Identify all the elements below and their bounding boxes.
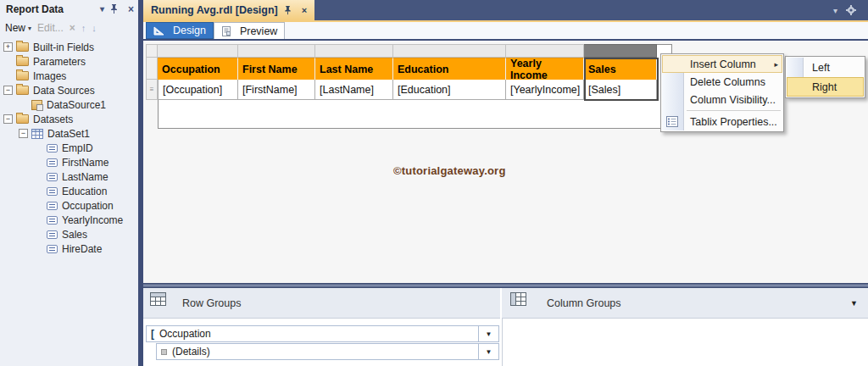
- close-icon[interactable]: ×: [128, 5, 134, 14]
- tree-item-parameters[interactable]: Parameters: [0, 54, 138, 69]
- tab-list-chevron-icon[interactable]: ▾: [833, 6, 837, 15]
- context-menu: Insert Column ▸ Delete Columns Column Vi…: [660, 53, 784, 132]
- expander-icon[interactable]: −: [3, 114, 13, 124]
- data-cell-sales[interactable]: [Sales]: [584, 80, 657, 100]
- row-group-dropdown-button[interactable]: ▼: [478, 344, 498, 359]
- tree-item-label: LastName: [62, 171, 108, 183]
- tab-close-icon[interactable]: ×: [302, 5, 307, 15]
- folder-icon: [16, 71, 29, 80]
- design-set-square-icon: [153, 26, 164, 36]
- expander-icon[interactable]: −: [3, 86, 13, 95]
- menu-item-insert-column[interactable]: Insert Column ▸: [662, 55, 782, 73]
- tab-preview[interactable]: Preview: [214, 22, 285, 39]
- tree-item-datasets[interactable]: − Datasets: [0, 112, 138, 126]
- tree-item-label: Datasets: [33, 114, 73, 125]
- report-data-tree: + Built-in Fields Parameters Images − Da…: [0, 37, 138, 256]
- folder-icon: [16, 42, 29, 52]
- tablix-corner-handle[interactable]: [146, 44, 158, 58]
- tab-preview-label: Preview: [240, 25, 277, 37]
- column-handle-lastname[interactable]: [315, 44, 393, 58]
- row-group-dropdown-button[interactable]: ▼: [478, 326, 498, 341]
- pin-icon[interactable]: [110, 4, 118, 14]
- tree-item-datasource1[interactable]: DataSource1: [0, 97, 138, 112]
- field-icon: [47, 173, 58, 181]
- row-handle-header[interactable]: [146, 58, 158, 80]
- submenu-item-left[interactable]: Left: [787, 58, 864, 77]
- row-groups-label: Row Groups: [182, 297, 241, 309]
- insert-column-submenu: Left Right: [785, 56, 865, 98]
- data-cell-education[interactable]: [Education]: [393, 80, 506, 100]
- header-cell-education[interactable]: Education: [393, 58, 506, 80]
- window-position-chevron-icon[interactable]: ▾: [100, 5, 104, 14]
- edit-button[interactable]: Edit...: [37, 22, 64, 34]
- header-cell-occupation[interactable]: Occupation: [158, 58, 238, 80]
- tablix: Occupation First Name Last Name Educatio…: [146, 44, 657, 100]
- tree-item-label: YearlyIncome: [62, 214, 123, 226]
- tree-item-field-occupation[interactable]: Occupation: [0, 198, 138, 213]
- data-cell-lastname[interactable]: [LastName]: [315, 80, 393, 100]
- submenu-arrow-icon: ▸: [774, 60, 778, 69]
- menu-item-tablix-properties[interactable]: Tablix Properties...: [662, 113, 782, 130]
- view-mode-bar: Design Preview: [143, 22, 868, 41]
- header-cell-firstname[interactable]: First Name: [238, 58, 315, 80]
- header-cell-lastname[interactable]: Last Name: [315, 58, 393, 80]
- header-cell-sales[interactable]: Sales: [584, 58, 657, 80]
- data-cell-occupation[interactable]: [Occupation]: [158, 80, 238, 100]
- new-button[interactable]: New: [5, 22, 25, 34]
- row-groups-header: Row Groups: [143, 288, 502, 319]
- dropdown-caret-icon: ▼: [486, 348, 492, 356]
- move-up-icon[interactable]: ↑: [81, 23, 86, 33]
- menu-separator: [687, 110, 781, 111]
- new-dropdown-caret-icon[interactable]: ▾: [28, 25, 31, 32]
- data-cell-firstname[interactable]: [FirstName]: [238, 80, 315, 100]
- tree-item-data-sources[interactable]: − Data Sources: [0, 83, 138, 97]
- menu-item-delete-columns[interactable]: Delete Columns: [662, 73, 782, 91]
- header-cell-yearlyincome[interactable]: Yearly Income: [506, 58, 584, 80]
- details-group-icon: [161, 349, 167, 355]
- expander-icon[interactable]: +: [3, 42, 13, 52]
- tree-item-field-lastname[interactable]: LastName: [0, 169, 138, 184]
- panel-title-text: Report Data: [6, 3, 64, 15]
- tree-item-field-empid[interactable]: EmpID: [0, 141, 138, 155]
- tree-item-images[interactable]: Images: [0, 69, 138, 83]
- row-group-details[interactable]: (Details) ▼: [156, 343, 499, 360]
- delete-icon[interactable]: ×: [70, 22, 75, 34]
- menu-item-label: Insert Column: [690, 58, 756, 70]
- folder-icon: [16, 114, 29, 124]
- tab-design[interactable]: Design: [146, 22, 214, 39]
- column-groups-menu-caret-icon[interactable]: ▼: [850, 299, 858, 308]
- tree-item-field-sales[interactable]: Sales: [0, 227, 138, 241]
- tree-item-field-yearlyincome[interactable]: YearlyIncome: [0, 213, 138, 227]
- column-handle-education[interactable]: [393, 44, 506, 58]
- gear-icon[interactable]: [846, 5, 856, 15]
- submenu-item-right[interactable]: Right: [787, 77, 864, 97]
- column-handle-yearlyincome[interactable]: [506, 44, 584, 58]
- tree-item-field-hiredate[interactable]: HireDate: [0, 241, 138, 256]
- move-down-icon[interactable]: ↓: [92, 23, 97, 33]
- grouping-pane: Row Groups Column Groups ▼ [ Occupation …: [143, 288, 868, 366]
- tab-pin-icon[interactable]: [284, 6, 292, 15]
- row-handle-details[interactable]: ≡: [146, 80, 158, 100]
- grouping-body: [ Occupation ▼ (Details) ▼: [143, 319, 868, 366]
- tree-item-label: HireDate: [62, 243, 102, 255]
- expander-icon[interactable]: −: [19, 129, 28, 138]
- row-group-label: (Details): [172, 346, 210, 358]
- tree-item-field-firstname[interactable]: FirstName: [0, 155, 138, 169]
- menu-item-label: Delete Columns: [690, 76, 765, 88]
- tree-item-dataset1[interactable]: − DataSet1: [0, 126, 138, 141]
- row-groups-grid-icon: [150, 292, 166, 306]
- row-group-occupation[interactable]: [ Occupation ▼: [146, 325, 499, 342]
- column-handle-occupation[interactable]: [158, 44, 238, 58]
- data-cell-yearlyincome[interactable]: [YearlyIncome]: [506, 80, 584, 100]
- tree-item-label: DataSet1: [47, 128, 90, 140]
- tree-item-label: Images: [33, 70, 66, 82]
- tree-item-label: Data Sources: [33, 85, 95, 97]
- column-handle-firstname[interactable]: [238, 44, 315, 58]
- document-tab[interactable]: Running Avg.rdl [Design] ×: [143, 0, 314, 20]
- column-handle-sales-selected[interactable]: [584, 44, 657, 58]
- field-icon: [47, 245, 58, 253]
- menu-item-column-visibility[interactable]: Column Visibility...: [662, 91, 782, 108]
- report-data-panel-titlebar: Report Data ▾ ×: [0, 0, 138, 19]
- tree-item-field-education[interactable]: Education: [0, 184, 138, 198]
- tree-item-built-in-fields[interactable]: + Built-in Fields: [0, 40, 138, 54]
